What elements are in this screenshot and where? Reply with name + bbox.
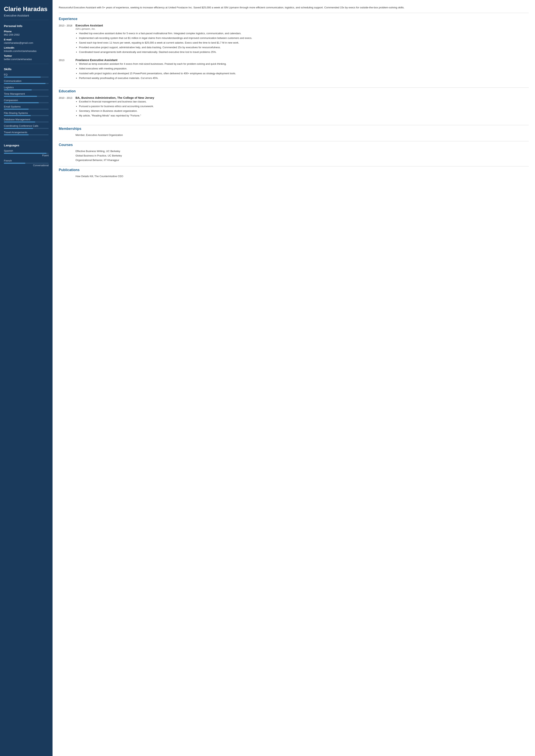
publications-list: How Details Kill, The Counterintuitive C… <box>59 175 529 178</box>
publication-entry: How Details Kill, The Counterintuitive C… <box>59 175 529 178</box>
education-entry: 2010 - 2013 BA, Business Administration,… <box>59 96 529 119</box>
job-date: 2013 <box>59 58 72 81</box>
skill-item: Coordinating Conference Calls <box>4 124 49 129</box>
job-entry: 2013 - 2018 Executive Assistant ISN Lipm… <box>59 24 529 55</box>
language-bar-fill <box>4 163 25 164</box>
job-entry: 2013 Freelance Executive Assistant Worke… <box>59 58 529 81</box>
publication-text: How Details Kill, The Counterintuitive C… <box>75 175 529 178</box>
skill-bar-fill <box>4 77 41 78</box>
membership-entry: Member, Executive Assistant Organization <box>59 134 529 136</box>
personal-info-heading: Personal Info <box>4 24 49 28</box>
skill-bar-bg <box>4 83 49 84</box>
job-date: 2013 - 2018 <box>59 24 72 55</box>
skills-list: EQ Communication Logistics Time Manageme… <box>4 73 49 135</box>
courses-list: Effective Business Writing, UC Berkeley … <box>59 150 529 162</box>
skill-item: Logistics <box>4 86 49 91</box>
skill-name: File-Sharing Systems <box>4 112 49 115</box>
skill-bar-bg <box>4 96 49 97</box>
job-bullets: Worked as temp executive assistant for 4… <box>75 62 529 80</box>
course-text: Organizational Behavior, IIT Kharagpur <box>75 159 529 162</box>
skill-bar-fill <box>4 102 39 103</box>
job-title: Executive Assistant <box>75 24 529 27</box>
education-date: 2010 - 2013 <box>59 96 72 119</box>
education-content: BA, Business Administration, The College… <box>75 96 529 119</box>
languages-list: Spanish Fluent French Conversational <box>4 149 49 167</box>
bullet-item: Handled top executive assistant duties f… <box>79 32 529 35</box>
job-content: Freelance Executive Assistant Worked as … <box>75 58 529 81</box>
skill-item: Communication <box>4 79 49 84</box>
languages-section: Languages Spanish Fluent French Conversa… <box>4 144 49 167</box>
twitter-value: twitter.com/clarieharadas <box>4 58 49 61</box>
skills-heading: Skills <box>4 68 49 71</box>
language-name: French <box>4 159 49 162</box>
phone-value: 862-208-2592 <box>4 33 49 36</box>
skill-name: Email Systems <box>4 105 49 108</box>
skill-bar-bg <box>4 77 49 78</box>
skill-item: Time Management <box>4 92 49 97</box>
phone-label: Phone <box>4 30 49 33</box>
courses-section: Courses Effective Business Writing, UC B… <box>59 143 529 166</box>
job-content: Executive Assistant ISN Lipmann, Inc. Ha… <box>75 24 529 55</box>
linkedin-value: linkedin.com/in/clarieharadas <box>4 50 49 52</box>
bullet-item: Implemented call-recording system that c… <box>79 36 529 40</box>
courses-title: Courses <box>59 143 529 147</box>
skill-bar-bg <box>4 122 49 122</box>
skill-item: EQ <box>4 73 49 78</box>
skill-item: Database Management <box>4 118 49 122</box>
summary: Resourceful Executive Assistant with 5+ … <box>59 6 529 13</box>
skill-bar-fill <box>4 96 37 97</box>
memberships-section: Memberships Member, Executive Assistant … <box>59 127 529 141</box>
skill-name: Coordinating Conference Calls <box>4 124 49 127</box>
email-label: E-mail <box>4 38 49 41</box>
memberships-title: Memberships <box>59 127 529 131</box>
jobs-list: 2013 - 2018 Executive Assistant ISN Lipm… <box>59 24 529 81</box>
bullet-item: Coordinated travel arrangements both dom… <box>79 50 529 54</box>
skill-bar-fill <box>4 128 33 129</box>
education-section: Education 2010 - 2013 BA, Business Admin… <box>59 89 529 125</box>
linkedin-label: LinkedIn <box>4 46 49 49</box>
education-title-text: BA, Business Administration, The College… <box>75 96 529 99</box>
publications-title: Publications <box>59 168 529 172</box>
publications-section: Publications How Details Kill, The Count… <box>59 168 529 182</box>
skill-bar-fill <box>4 90 32 91</box>
language-bar-bg <box>4 153 49 154</box>
skill-name: EQ <box>4 73 49 76</box>
bullet-item: Assisted with project logistics and deve… <box>79 71 529 75</box>
skill-bar-bg <box>4 128 49 129</box>
languages-heading: Languages <box>4 144 49 147</box>
email-value: clarieharadas@gmail.com <box>4 41 49 44</box>
personal-info-section: Personal Info Phone 862-208-2592 E-mail … <box>4 24 49 64</box>
sidebar: Clarie Haradas Executive Assistant Perso… <box>0 0 52 756</box>
candidate-name: Clarie Haradas <box>4 6 49 13</box>
skill-item: Travel Arrangements <box>4 131 49 135</box>
memberships-list: Member, Executive Assistant Organization <box>59 134 529 136</box>
bullet-item: Excelled in financial management and bus… <box>79 100 529 104</box>
education-list: 2010 - 2013 BA, Business Administration,… <box>59 96 529 119</box>
skill-name: Communication <box>4 79 49 82</box>
course-text: Effective Business Writing, UC Berkeley <box>75 150 529 152</box>
skill-bar-bg <box>4 134 49 135</box>
skill-bar-fill <box>4 134 29 135</box>
skill-name: Time Management <box>4 92 49 95</box>
language-level: Conversational <box>4 164 49 167</box>
skill-name: Database Management <box>4 118 49 121</box>
education-bullets: Excelled in financial management and bus… <box>75 100 529 118</box>
course-entry: Effective Business Writing, UC Berkeley <box>59 150 529 152</box>
skill-bar-fill <box>4 122 35 122</box>
experience-section: Experience 2013 - 2018 Executive Assista… <box>59 17 529 88</box>
membership-text: Member, Executive Assistant Organization <box>75 134 529 136</box>
candidate-title: Executive Assistant <box>4 14 49 20</box>
skill-name: Logistics <box>4 86 49 89</box>
job-bullets: Handled top executive assistant duties f… <box>75 32 529 54</box>
bullet-item: Pursued a passion for business ethics an… <box>79 104 529 108</box>
bullet-item: Secretary, Women in Business student org… <box>79 109 529 113</box>
skill-bar-fill <box>4 83 45 84</box>
language-bar-fill <box>4 153 46 154</box>
bullet-item: Saved each top-level exec 11 hours per w… <box>79 41 529 45</box>
skills-section: Skills EQ Communication Logistics Time M… <box>4 68 49 140</box>
bullet-item: My article, "Reading Minds" was reprinte… <box>79 114 529 118</box>
job-company: ISN Lipmann, Inc. <box>75 27 529 30</box>
skill-bar-bg <box>4 90 49 91</box>
language-bar-bg <box>4 163 49 164</box>
language-level: Fluent <box>4 154 49 157</box>
